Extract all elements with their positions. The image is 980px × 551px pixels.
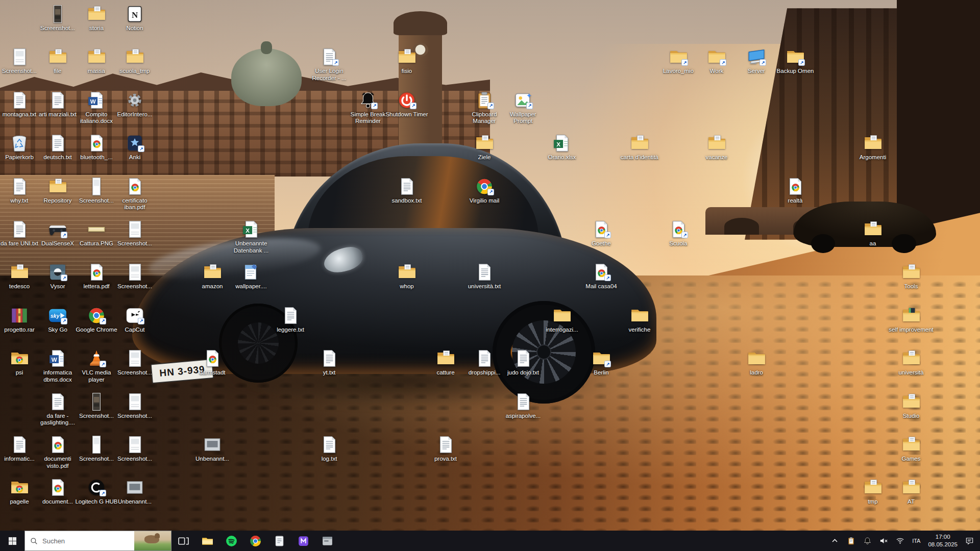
- desktop-icon-sandbox-txt[interactable]: sandbox.txt: [384, 176, 430, 205]
- desktop-icon-studio[interactable]: Studio: [888, 391, 934, 420]
- taskbar-app-chrome[interactable]: [243, 531, 267, 551]
- desktop-icon-editorintero[interactable]: EditorIntero...: [112, 89, 158, 118]
- photodark-icon: [87, 391, 106, 411]
- desktop-icon-shutdown-timer[interactable]: Shutdown Timer: [384, 89, 430, 118]
- search-peek-image[interactable]: [134, 531, 171, 550]
- desktop-icon-screenshot[interactable]: Screenshot...: [112, 391, 158, 420]
- taskbar-app-white-app[interactable]: [267, 531, 291, 551]
- desktop-icon-interrogazi[interactable]: interrogazi...: [539, 305, 585, 334]
- desktop-icon-universit[interactable]: università: [888, 347, 934, 377]
- desktop-icon-goethe[interactable]: Goethe: [578, 218, 624, 247]
- imagepage-icon: [125, 434, 144, 454]
- taskbar-app-purple-app[interactable]: [291, 531, 315, 551]
- desktop-icon-user-login-recorder[interactable]: User Login Recorder - ...: [306, 46, 352, 82]
- desktop-icon-label: Vysor: [51, 283, 65, 290]
- desktop-icon-label: università.txt: [468, 283, 501, 290]
- desktop-icon-judo-dojo-txt[interactable]: judo dojo.txt: [500, 347, 546, 377]
- desktop-icon-aa[interactable]: aa: [850, 218, 896, 247]
- imggrey-icon: [203, 434, 222, 454]
- desktop-icon-darmstadt[interactable]: darmstadt: [189, 347, 235, 377]
- desktop-icon-label: Studio: [903, 413, 920, 420]
- desktop-icon-log-txt[interactable]: log.txt: [306, 434, 352, 463]
- txt-icon: [513, 391, 533, 411]
- desktop-icon-prova-txt[interactable]: prova.txt: [423, 434, 469, 463]
- desktop-icon-orario-xlsx[interactable]: XOrario.xlsx: [539, 132, 585, 161]
- desktop-icon-label: document...: [42, 498, 73, 506]
- tray-clipboard-icon[interactable]: [847, 537, 855, 545]
- desktop-icon-verifiche[interactable]: verifiche: [617, 305, 663, 334]
- desktop-icon-scuola[interactable]: Scuola: [655, 218, 701, 247]
- desktop-icon-scuola-tmp[interactable]: scuola_tmp: [112, 46, 158, 75]
- taskbar-app-task-view[interactable]: [172, 531, 195, 551]
- desktop-icon-universit-txt[interactable]: università.txt: [461, 261, 507, 290]
- desktop-icon-leggere-txt[interactable]: leggere.txt: [267, 305, 313, 334]
- shortcut-arrow-icon: [410, 103, 416, 109]
- tray-bell-icon[interactable]: [863, 537, 872, 545]
- desktop-icon-anki[interactable]: Anki: [112, 132, 158, 161]
- desktop-icon-at[interactable]: AT: [888, 477, 934, 506]
- action-center-icon[interactable]: [965, 537, 974, 545]
- search-input[interactable]: [41, 537, 131, 545]
- desktop-icon-label: da fare UNI.txt: [1, 240, 38, 247]
- desktop-icon-screenshot[interactable]: Screenshot...: [112, 218, 158, 247]
- desktop-icon-wallpaper-prompt[interactable]: Wallpaper Prompt: [500, 89, 546, 125]
- taskbar-search-box[interactable]: [24, 531, 172, 551]
- desktop-icon-label: interrogazi...: [546, 327, 578, 334]
- desktop-icon-work[interactable]: Work: [694, 46, 740, 75]
- taskbar-app-file-explorer[interactable]: [195, 531, 219, 551]
- tray-clock[interactable]: 17:00 08.05.2025: [928, 533, 958, 548]
- desktop-icon-carta-d-identit[interactable]: carta d'identità: [617, 132, 663, 161]
- skygo-icon: sky: [48, 305, 67, 325]
- tray-chevron-up-icon[interactable]: [830, 537, 839, 545]
- desktop-icon-self-improvement[interactable]: self improvement: [888, 305, 934, 334]
- tray-language-indicator[interactable]: ITA: [912, 538, 920, 544]
- desktop-icon-unbenannt[interactable]: Unbenannt...: [112, 477, 158, 506]
- desktop-icon-screenshot[interactable]: Screenshot...: [112, 347, 158, 377]
- tray-wifi-icon[interactable]: [896, 537, 904, 545]
- desktop-icon-screenshot[interactable]: Screenshot...: [112, 261, 158, 290]
- tray-volume-muted-icon[interactable]: [879, 537, 888, 545]
- shortcut-arrow-icon: [604, 274, 611, 281]
- desktop-icon-berlin[interactable]: Berlin: [578, 347, 624, 377]
- desktop-icon-label: tedesco: [9, 283, 30, 290]
- desktop-icon-realt[interactable]: realtà: [772, 176, 818, 205]
- desktop-icon-vacanze[interactable]: vacanze: [694, 132, 740, 161]
- desktop-icon-unbenannt[interactable]: Unbenannt...: [189, 434, 235, 463]
- folderdoc-icon: [707, 132, 726, 153]
- desktop-icon-aspirapolve[interactable]: aspirapolve...: [500, 391, 546, 420]
- shortcut-arrow-icon: [61, 232, 67, 238]
- desktop-icon-ziele[interactable]: Ziele: [461, 132, 507, 161]
- desktop-icon-notion[interactable]: NNotion: [112, 3, 158, 32]
- taskbar-app-gray-app[interactable]: [315, 531, 339, 551]
- folderdoc-icon: [863, 218, 883, 239]
- desktop-icon-label: deutsch.txt: [43, 154, 72, 161]
- desktop-icon-label: yt.txt: [323, 369, 335, 377]
- folderdoc-icon: [397, 46, 416, 66]
- start-button[interactable]: [0, 531, 24, 551]
- chromepage-icon: [786, 176, 805, 196]
- desktop-icon-argomenti[interactable]: Argomenti: [850, 132, 896, 161]
- desktop-icon-virgilio-mail[interactable]: Virgilio mail: [461, 176, 507, 205]
- desktop-icon-label: certificato iban.pdf: [112, 197, 158, 211]
- desktop-icon-capcut[interactable]: CapCut: [112, 305, 158, 334]
- desktop-icon-label: Wallpaper Prompt: [500, 111, 546, 125]
- desktop-icon-games[interactable]: Games: [888, 434, 934, 463]
- desktop-icon-yt-txt[interactable]: yt.txt: [306, 347, 352, 377]
- taskbar-apps: [172, 531, 339, 551]
- desktop-icon-certificato-iban-pdf[interactable]: certificato iban.pdf: [112, 176, 158, 211]
- desktop-icon-label: Sky Go: [48, 327, 67, 334]
- desktop-icon-unbenannte-datenbank[interactable]: XUnbenannte Datenbank ...: [228, 218, 274, 254]
- desktop-icon-fisio[interactable]: fisio: [384, 46, 430, 75]
- folderchrome-icon: [10, 477, 29, 497]
- desktop-icon-wallpaper[interactable]: wallpaper....: [228, 261, 274, 290]
- folderdoc-icon: [901, 477, 921, 497]
- desktop-icon-label: pagelle: [10, 498, 29, 506]
- desktop-icon-tools[interactable]: Tools: [888, 261, 934, 290]
- taskbar-app-spotify[interactable]: [219, 531, 243, 551]
- desktop-icon-screenshot[interactable]: Screenshot...: [112, 434, 158, 463]
- desktop-icon-mail-casa04[interactable]: Mail casa04: [578, 261, 624, 290]
- folderdoc-icon: [48, 46, 67, 66]
- desktop-icon-backup-omen[interactable]: Backup Omen: [772, 46, 818, 75]
- desktop-icon-whop[interactable]: whop: [384, 261, 430, 290]
- desktop-icon-ladro[interactable]: ladro: [733, 347, 779, 377]
